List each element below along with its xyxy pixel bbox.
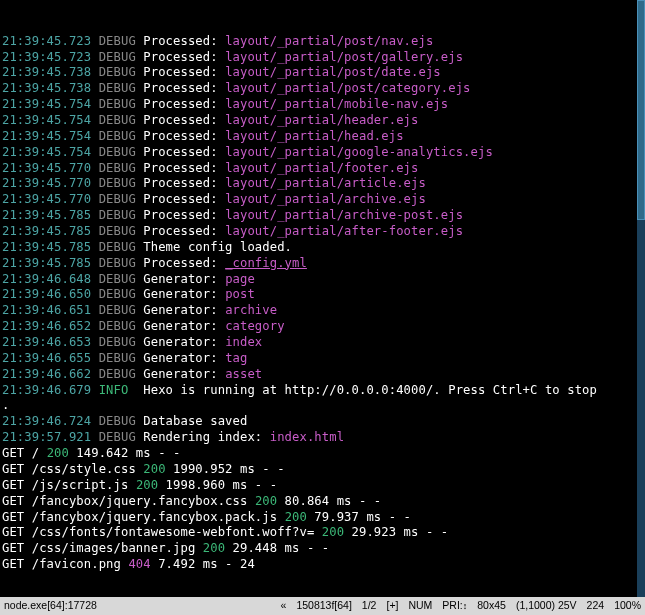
scrollbar-thumb[interactable] xyxy=(637,0,645,220)
status-plus: [+] xyxy=(386,599,398,613)
log-line: 21:39:45.785 DEBUG Processed: _config.ym… xyxy=(2,256,643,272)
log-line: 21:39:45.754 DEBUG Processed: layout/_pa… xyxy=(2,145,643,161)
http-log-line: GET /fancybox/jquery.fancybox.css 200 80… xyxy=(2,494,643,510)
status-ratio: 1/2 xyxy=(362,599,377,613)
scrollbar-vertical[interactable] xyxy=(637,0,645,597)
log-line: 21:39:46.648 DEBUG Generator: page xyxy=(2,272,643,288)
log-line-info: 21:39:46.679 INFO Hexo is running at htt… xyxy=(2,383,643,399)
log-line: 21:39:46.724 DEBUG Database saved xyxy=(2,414,643,430)
http-log-line: GET /fancybox/jquery.fancybox.pack.js 20… xyxy=(2,510,643,526)
terminal-output[interactable]: 21:39:45.723 DEBUG Processed: layout/_pa… xyxy=(0,0,645,589)
log-line: 21:39:45.754 DEBUG Processed: layout/_pa… xyxy=(2,97,643,113)
updown-icon: ↕ xyxy=(463,601,468,613)
http-log-line: GET /css/images/banner.jpg 200 29.448 ms… xyxy=(2,541,643,557)
status-num: NUM xyxy=(408,599,432,613)
log-line: 21:39:45.723 DEBUG Processed: layout/_pa… xyxy=(2,50,643,66)
log-line: 21:39:46.653 DEBUG Generator: index xyxy=(2,335,643,351)
http-log-line: GET / 200 149.642 ms - - xyxy=(2,446,643,462)
status-dims: 80x45 xyxy=(477,599,506,613)
status-count: 224 xyxy=(587,599,605,613)
log-line-info-cont: . xyxy=(2,398,643,414)
log-line: 21:39:45.754 DEBUG Processed: layout/_pa… xyxy=(2,113,643,129)
log-line: 21:39:45.770 DEBUG Processed: layout/_pa… xyxy=(2,176,643,192)
log-line: 21:39:46.655 DEBUG Generator: tag xyxy=(2,351,643,367)
status-process: node.exe[64]:17728 xyxy=(4,599,97,613)
status-bar: node.exe[64]:17728 « 150813f[64] 1/2 [+]… xyxy=(0,597,645,615)
status-pct: 100% xyxy=(614,599,641,613)
log-line: 21:39:45.785 DEBUG Processed: layout/_pa… xyxy=(2,224,643,240)
status-pos: (1,1000) 25V xyxy=(516,599,577,613)
log-line: 21:39:45.785 DEBUG Theme config loaded. xyxy=(2,240,643,256)
log-line: 21:39:57.921 DEBUG Rendering index: inde… xyxy=(2,430,643,446)
status-pri: PRI:↕ xyxy=(442,599,467,613)
log-line: 21:39:45.754 DEBUG Processed: layout/_pa… xyxy=(2,129,643,145)
http-log-line: GET /css/style.css 200 1990.952 ms - - xyxy=(2,462,643,478)
log-line: 21:39:45.770 DEBUG Processed: layout/_pa… xyxy=(2,192,643,208)
http-log-line: GET /js/script.js 200 1998.960 ms - - xyxy=(2,478,643,494)
log-line: 21:39:45.785 DEBUG Processed: layout/_pa… xyxy=(2,208,643,224)
log-line: 21:39:45.738 DEBUG Processed: layout/_pa… xyxy=(2,65,643,81)
status-filesize: 150813f[64] xyxy=(296,599,351,613)
log-line: 21:39:46.651 DEBUG Generator: archive xyxy=(2,303,643,319)
http-log-line: GET /favicon.png 404 7.492 ms - 24 xyxy=(2,557,643,573)
log-line: 21:39:45.770 DEBUG Processed: layout/_pa… xyxy=(2,161,643,177)
log-line: 21:39:46.662 DEBUG Generator: asset xyxy=(2,367,643,383)
log-line: 21:39:46.650 DEBUG Generator: post xyxy=(2,287,643,303)
status-sep: « xyxy=(281,599,287,613)
log-line: 21:39:45.738 DEBUG Processed: layout/_pa… xyxy=(2,81,643,97)
http-log-line: GET /css/fonts/fontawesome-webfont.woff?… xyxy=(2,525,643,541)
log-line: 21:39:45.723 DEBUG Processed: layout/_pa… xyxy=(2,34,643,50)
log-line: 21:39:46.652 DEBUG Generator: category xyxy=(2,319,643,335)
